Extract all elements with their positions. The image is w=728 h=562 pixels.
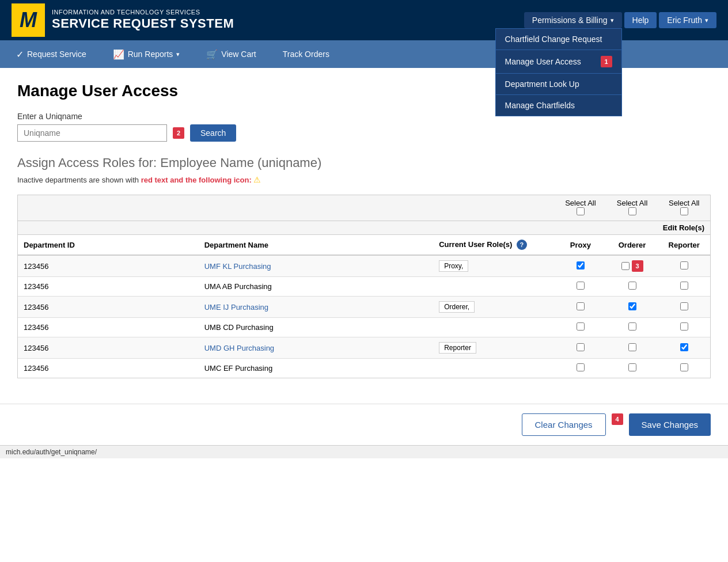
select-all-row: Select All Select All Select All: [18, 195, 710, 221]
help-button[interactable]: Help: [624, 12, 657, 28]
reports-icon: 📈: [113, 49, 124, 60]
menu-item-manage-chartfields[interactable]: Manage Chartfields: [496, 95, 621, 116]
reporter-checkbox[interactable]: [680, 363, 688, 371]
menu-item-chartfield-change[interactable]: Chartfield Change Request: [496, 29, 621, 50]
current-roles-cell: [433, 318, 555, 337]
dept-id-cell: 123456: [18, 255, 199, 277]
current-roles-cell: Orderer,: [433, 297, 555, 318]
role-badge: Reporter: [439, 342, 476, 354]
orderer-cell: [606, 277, 658, 297]
view-cart-label: View Cart: [221, 50, 256, 59]
menu-item-department-look-up[interactable]: Department Look Up: [496, 74, 621, 95]
current-roles-cell: [433, 359, 555, 378]
orderer-cell: [606, 337, 658, 359]
dept-name-link[interactable]: UME IJ Purchasing: [204, 303, 268, 312]
reporter-cell: [658, 337, 710, 359]
orderer-checkbox[interactable]: [628, 322, 636, 331]
select-all-proxy-label: Select All: [560, 199, 601, 207]
status-bar: mich.edu/auth/get_uniqname/: [0, 445, 728, 458]
dept-name-cell: UMD GH Purchasing: [199, 337, 433, 359]
help-label: Help: [632, 16, 649, 25]
proxy-checkbox[interactable]: [577, 261, 585, 269]
orderer-cell: [606, 318, 658, 337]
proxy-checkbox[interactable]: [577, 343, 585, 351]
edit-roles-row: Edit Role(s): [18, 221, 710, 235]
dept-name-cell: UME IJ Purchasing: [199, 297, 433, 318]
menu-item-manage-user-access[interactable]: Manage User Access 1: [496, 50, 621, 74]
permissions-billing-dropdown: Chartfield Change Request Manage User Ac…: [495, 28, 622, 116]
save-changes-button[interactable]: Save Changes: [629, 413, 711, 436]
proxy-cell: [555, 337, 606, 359]
reports-chevron-icon: ▾: [176, 51, 180, 58]
current-roles-cell: Reporter: [433, 337, 555, 359]
reporter-cell: [658, 277, 710, 297]
step3-badge: 3: [632, 260, 643, 272]
proxy-cell: [555, 255, 606, 277]
proxy-checkbox[interactable]: [577, 302, 585, 310]
reporter-cell: [658, 318, 710, 337]
user-chevron-icon: ▾: [705, 17, 708, 24]
dept-name-cell: UMF KL Purchasing: [199, 255, 433, 277]
table-row: 123456 UMB CD Purchasing: [18, 318, 710, 337]
dept-name-link[interactable]: UMF KL Purchasing: [204, 262, 271, 271]
cart-icon: 🛒: [206, 49, 218, 60]
orderer-cell: 3: [606, 255, 658, 277]
col-proxy: Proxy: [555, 235, 606, 256]
reporter-cell: [658, 297, 710, 318]
checkmark-icon: ✓: [16, 49, 24, 60]
role-badge: Proxy,: [439, 260, 468, 272]
reporter-checkbox[interactable]: [680, 282, 688, 290]
col-dept-id: Department ID: [18, 235, 199, 256]
proxy-checkbox[interactable]: [577, 282, 585, 290]
table-row: 123456 UMD GH Purchasing Reporter: [18, 337, 710, 359]
dept-id-cell: 123456: [18, 297, 199, 318]
orderer-checkbox[interactable]: [628, 343, 636, 351]
step4-badge: 4: [612, 413, 623, 425]
request-service-label: Request Service: [27, 50, 86, 59]
search-row: 2 Search: [17, 124, 711, 142]
university-logo: M: [12, 3, 45, 37]
header-line2: SERVICE REQUEST SYSTEM: [52, 16, 234, 31]
dept-name-link[interactable]: UMD GH Purchasing: [204, 344, 274, 352]
permissions-billing-label: Permissions & Billing: [532, 16, 608, 25]
view-cart-link[interactable]: 🛒 View Cart: [202, 42, 260, 67]
table-row: 123456 UMA AB Purchasing: [18, 277, 710, 297]
user-label: Eric Fruth: [667, 16, 702, 25]
roles-table: Select All Select All Select All Edit Ro…: [18, 195, 710, 378]
reporter-cell: [658, 255, 710, 277]
clear-changes-button[interactable]: Clear Changes: [522, 413, 606, 436]
edit-roles-label: Edit Role(s): [663, 223, 704, 232]
role-badge: Orderer,: [439, 301, 475, 313]
orderer-cell: [606, 297, 658, 318]
proxy-checkbox[interactable]: [577, 363, 585, 371]
track-orders-link[interactable]: Track Orders: [278, 43, 334, 66]
permissions-billing-button[interactable]: Permissions & Billing ▾: [524, 12, 622, 28]
proxy-cell: [555, 277, 606, 297]
orderer-checkbox[interactable]: [628, 302, 636, 310]
dept-name-cell: UMA AB Purchasing: [199, 277, 433, 297]
reporter-checkbox[interactable]: [680, 261, 688, 269]
select-all-reporter-checkbox[interactable]: [680, 207, 688, 215]
orderer-checkbox[interactable]: [621, 262, 630, 270]
orderer-checkbox[interactable]: [628, 282, 636, 290]
search-button[interactable]: Search: [190, 124, 236, 142]
uniqname-input[interactable]: [17, 124, 167, 142]
reporter-checkbox[interactable]: [680, 322, 688, 331]
chevron-down-icon: ▾: [611, 17, 614, 24]
select-all-orderer-checkbox[interactable]: [628, 207, 636, 215]
dept-name-cell: UMB CD Purchasing: [199, 318, 433, 337]
header-nav: Permissions & Billing ▾ Chartfield Chang…: [524, 12, 716, 28]
reporter-checkbox[interactable]: [680, 302, 688, 310]
reporter-checkbox[interactable]: [680, 343, 688, 351]
run-reports-link[interactable]: 📈 Run Reports ▾: [108, 42, 185, 67]
user-menu-button[interactable]: Eric Fruth ▾: [659, 12, 716, 28]
current-roles-help-icon[interactable]: ?: [517, 240, 527, 250]
select-all-proxy-checkbox[interactable]: [577, 207, 585, 215]
proxy-checkbox[interactable]: [577, 322, 585, 331]
select-all-reporter-label: Select All: [663, 199, 704, 207]
dept-id-cell: 123456: [18, 359, 199, 378]
logo-area: M INFORMATION AND TECHNOLOGY SERVICES SE…: [12, 3, 234, 37]
request-service-link[interactable]: ✓ Request Service: [12, 42, 91, 67]
orderer-checkbox[interactable]: [628, 363, 636, 371]
proxy-cell: [555, 318, 606, 337]
